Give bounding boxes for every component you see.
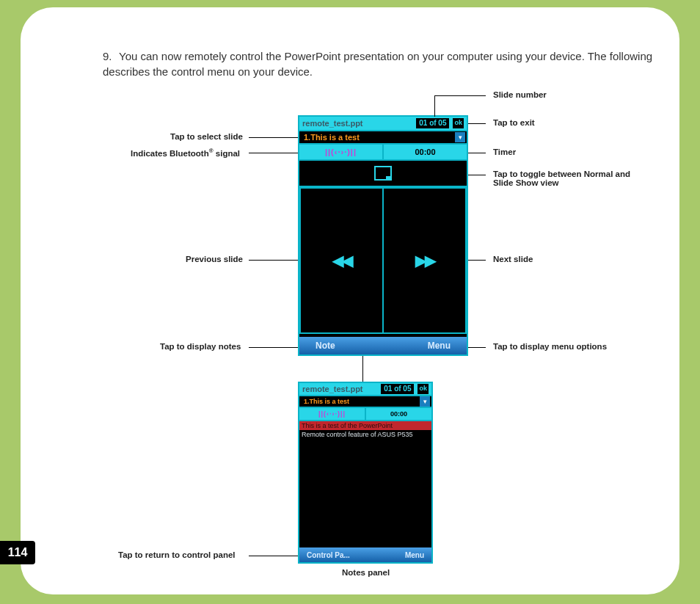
softkey-control-panel[interactable]: Control Pa... <box>307 551 350 559</box>
label-bt-b: signal <box>214 149 240 158</box>
step-number: 9. <box>103 48 119 64</box>
chevron-down-icon[interactable]: ▾ <box>420 396 430 407</box>
connector <box>362 356 363 382</box>
connector <box>434 95 435 117</box>
note-text-line: Remote control feature of ASUS P535 <box>299 430 431 439</box>
connector <box>249 260 298 261</box>
label-tap-return: Tap to return to control panel <box>118 550 236 559</box>
ok-exit-button[interactable]: ok <box>452 117 464 129</box>
page-number: 114 <box>8 546 28 559</box>
chevron-down-icon[interactable]: ▾ <box>455 132 465 142</box>
connector <box>468 175 486 175</box>
connector <box>468 347 486 348</box>
connector <box>434 95 486 96</box>
label-prev-slide: Previous slide <box>186 255 243 263</box>
connector <box>249 137 298 138</box>
bluetooth-signal-indicator: ||(‹·›·)|| <box>299 408 366 420</box>
nav-row: ◀◀ ▶▶ <box>299 187 467 334</box>
page-number-tab: 114 <box>0 541 35 564</box>
slideshow-toggle-icon <box>374 166 392 181</box>
instruction-text: 9.You can now remotely control the Power… <box>103 48 668 79</box>
label-next-slide: Next slide <box>493 255 533 263</box>
connector <box>468 153 486 153</box>
forward-icon: ▶▶ <box>415 252 434 269</box>
caption-notes-panel: Notes panel <box>342 568 390 577</box>
softkey-bar: Control Pa... Menu <box>299 547 431 562</box>
status-row: ||(‹·›·)|| 00:00 <box>299 145 467 161</box>
softkey-bar: Note Menu <box>299 337 467 354</box>
label-timer: Timer <box>493 148 516 156</box>
toggle-view-button[interactable] <box>299 161 467 187</box>
label-bt-a: Indicates Bluetooth <box>131 149 209 158</box>
slide-number-indicator: 01 of 05 <box>380 383 415 395</box>
connector <box>468 123 486 124</box>
note-highlight-line: This is a test of the PowerPoint <box>299 421 431 430</box>
connector <box>468 260 486 261</box>
softkey-menu[interactable]: Menu <box>405 551 424 559</box>
connector <box>249 153 298 153</box>
device-control-panel: remote_test.ppt 01 of 05 ok 1.This is a … <box>298 115 468 356</box>
slide-title: 1.This is a test <box>299 133 455 142</box>
filename: remote_test.ppt <box>299 385 380 393</box>
status-row: ||(‹·›·)|| 00:00 <box>299 408 431 421</box>
label-tap-notes: Tap to display notes <box>160 342 241 351</box>
timer-display: 00:00 <box>384 145 467 159</box>
slide-title: 1.This is a test <box>299 398 420 405</box>
step-body: You can now remotely control the PowerPo… <box>103 50 652 78</box>
slide-title-row[interactable]: 1.This is a test ▾ <box>299 396 431 408</box>
connector <box>249 556 298 556</box>
previous-slide-button[interactable]: ◀◀ <box>299 187 382 334</box>
label-slide-number: Slide number <box>493 90 547 99</box>
titlebar: remote_test.ppt 01 of 05 ok <box>299 117 467 131</box>
label-tap-exit: Tap to exit <box>493 118 535 127</box>
rewind-icon: ◀◀ <box>332 252 351 269</box>
notes-body: This is a test of the PowerPoint Remote … <box>299 421 431 439</box>
timer-display: 00:00 <box>366 408 431 420</box>
titlebar: remote_test.ppt 01 of 05 ok <box>299 383 431 396</box>
slide-title-row[interactable]: 1.This is a test ▾ <box>299 131 467 145</box>
softkey-menu[interactable]: Menu <box>428 341 451 351</box>
device-notes-panel: remote_test.ppt 01 of 05 ok 1.This is a … <box>298 382 433 564</box>
label-tap-select-slide: Tap to select slide <box>170 132 243 141</box>
next-slide-button[interactable]: ▶▶ <box>382 187 467 334</box>
filename: remote_test.ppt <box>299 119 415 128</box>
label-toggle-view: Tap to toggle between Normal and Slide S… <box>493 170 640 187</box>
slide-number-indicator: 01 of 05 <box>415 117 450 129</box>
page-card: 9.You can now remotely control the Power… <box>21 7 679 594</box>
label-tap-menu: Tap to display menu options <box>493 342 607 351</box>
connector <box>249 347 298 348</box>
bluetooth-signal-indicator: ||(‹·›·)|| <box>299 145 384 159</box>
ok-exit-button[interactable]: ok <box>417 383 429 395</box>
label-bt-signal: Indicates Bluetooth® signal <box>131 148 240 158</box>
softkey-note[interactable]: Note <box>316 341 335 351</box>
